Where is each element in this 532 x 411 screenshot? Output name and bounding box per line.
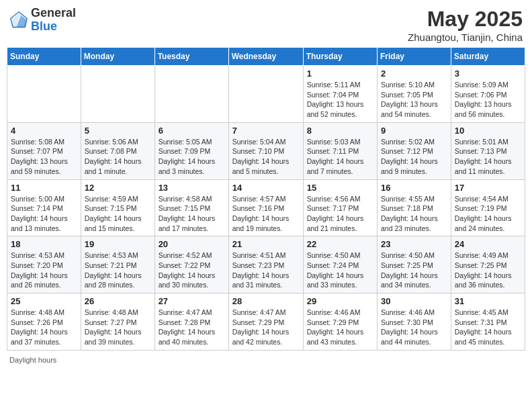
day-info: Sunrise: 5:00 AM Sunset: 7:14 PM Dayligh…	[11, 194, 77, 234]
weekday-header: Tuesday	[154, 48, 228, 66]
day-number: 14	[232, 183, 300, 193]
calendar-cell: 12Sunrise: 4:59 AM Sunset: 7:15 PM Dayli…	[81, 179, 154, 236]
calendar-cell: 23Sunrise: 4:50 AM Sunset: 7:25 PM Dayli…	[378, 236, 451, 293]
day-number: 24	[455, 239, 521, 249]
day-info: Sunrise: 4:48 AM Sunset: 7:26 PM Dayligh…	[11, 308, 77, 347]
day-info: Sunrise: 4:53 AM Sunset: 7:21 PM Dayligh…	[85, 250, 151, 290]
day-info: Sunrise: 5:01 AM Sunset: 7:13 PM Dayligh…	[455, 137, 521, 177]
day-number: 6	[159, 126, 225, 136]
calendar-cell: 3Sunrise: 5:09 AM Sunset: 7:06 PM Daylig…	[451, 66, 525, 123]
day-info: Sunrise: 4:53 AM Sunset: 7:20 PM Dayligh…	[11, 250, 77, 290]
calendar-cell	[81, 66, 154, 123]
weekday-header: Sunday	[7, 48, 81, 66]
day-number: 31	[455, 296, 521, 306]
calendar-table: SundayMondayTuesdayWednesdayThursdayFrid…	[7, 47, 525, 351]
day-number: 17	[455, 183, 521, 193]
day-info: Sunrise: 4:45 AM Sunset: 7:31 PM Dayligh…	[455, 308, 521, 347]
daylight-label: Daylight hours	[9, 356, 56, 364]
day-number: 26	[85, 296, 151, 306]
calendar-cell: 31Sunrise: 4:45 AM Sunset: 7:31 PM Dayli…	[451, 293, 525, 351]
day-info: Sunrise: 4:50 AM Sunset: 7:25 PM Dayligh…	[381, 250, 447, 290]
day-number: 21	[232, 239, 300, 249]
day-number: 4	[11, 126, 77, 136]
logo-icon	[9, 11, 28, 30]
day-number: 12	[85, 183, 151, 193]
title-location: Zhuangtou, Tianjin, China	[408, 32, 523, 43]
calendar-cell: 4Sunrise: 5:08 AM Sunset: 7:07 PM Daylig…	[7, 122, 81, 179]
day-number: 16	[381, 183, 447, 193]
day-number: 29	[307, 296, 373, 306]
logo: General Blue	[9, 7, 76, 34]
calendar-cell: 5Sunrise: 5:06 AM Sunset: 7:08 PM Daylig…	[81, 122, 154, 179]
day-number: 27	[159, 296, 225, 306]
calendar-cell: 13Sunrise: 4:58 AM Sunset: 7:15 PM Dayli…	[154, 179, 228, 236]
calendar-week-row: 4Sunrise: 5:08 AM Sunset: 7:07 PM Daylig…	[7, 122, 525, 179]
calendar-cell: 26Sunrise: 4:48 AM Sunset: 7:27 PM Dayli…	[81, 293, 154, 351]
day-number: 20	[159, 239, 225, 249]
calendar-cell: 6Sunrise: 5:05 AM Sunset: 7:09 PM Daylig…	[154, 122, 228, 179]
day-number: 18	[11, 239, 77, 249]
day-info: Sunrise: 4:46 AM Sunset: 7:30 PM Dayligh…	[381, 308, 447, 347]
day-info: Sunrise: 5:02 AM Sunset: 7:12 PM Dayligh…	[381, 137, 447, 177]
weekday-header: Wednesday	[228, 48, 303, 66]
weekday-header: Thursday	[303, 48, 377, 66]
day-info: Sunrise: 4:55 AM Sunset: 7:18 PM Dayligh…	[381, 194, 447, 234]
day-info: Sunrise: 4:52 AM Sunset: 7:22 PM Dayligh…	[159, 250, 225, 290]
calendar-cell: 29Sunrise: 4:46 AM Sunset: 7:29 PM Dayli…	[303, 293, 377, 351]
weekday-header-row: SundayMondayTuesdayWednesdayThursdayFrid…	[7, 48, 525, 66]
calendar-cell: 30Sunrise: 4:46 AM Sunset: 7:30 PM Dayli…	[378, 293, 451, 351]
day-info: Sunrise: 4:47 AM Sunset: 7:29 PM Dayligh…	[232, 308, 300, 347]
calendar-cell	[154, 66, 228, 123]
day-info: Sunrise: 5:04 AM Sunset: 7:10 PM Dayligh…	[232, 137, 300, 177]
day-info: Sunrise: 4:50 AM Sunset: 7:24 PM Dayligh…	[307, 250, 373, 290]
calendar-cell: 18Sunrise: 4:53 AM Sunset: 7:20 PM Dayli…	[7, 236, 81, 293]
day-number: 15	[307, 183, 373, 193]
weekday-header: Saturday	[451, 48, 525, 66]
calendar-cell: 28Sunrise: 4:47 AM Sunset: 7:29 PM Dayli…	[228, 293, 303, 351]
weekday-header: Monday	[81, 48, 154, 66]
day-info: Sunrise: 4:51 AM Sunset: 7:23 PM Dayligh…	[232, 250, 300, 290]
day-info: Sunrise: 5:10 AM Sunset: 7:05 PM Dayligh…	[381, 80, 447, 120]
footer: Daylight hours	[7, 356, 525, 364]
logo-blue: Blue	[31, 20, 76, 34]
calendar-cell: 17Sunrise: 4:54 AM Sunset: 7:19 PM Dayli…	[451, 179, 525, 236]
calendar-week-row: 11Sunrise: 5:00 AM Sunset: 7:14 PM Dayli…	[7, 179, 525, 236]
day-info: Sunrise: 4:54 AM Sunset: 7:19 PM Dayligh…	[455, 194, 521, 234]
title-block: May 2025 Zhuangtou, Tianjin, China	[408, 7, 523, 43]
day-number: 10	[455, 126, 521, 136]
day-info: Sunrise: 4:47 AM Sunset: 7:28 PM Dayligh…	[159, 308, 225, 347]
calendar-week-row: 18Sunrise: 4:53 AM Sunset: 7:20 PM Dayli…	[7, 236, 525, 293]
day-info: Sunrise: 4:46 AM Sunset: 7:29 PM Dayligh…	[307, 308, 373, 347]
calendar-cell: 24Sunrise: 4:49 AM Sunset: 7:25 PM Dayli…	[451, 236, 525, 293]
weekday-header: Friday	[378, 48, 451, 66]
logo-general: General	[31, 7, 76, 20]
day-number: 19	[85, 239, 151, 249]
day-info: Sunrise: 5:08 AM Sunset: 7:07 PM Dayligh…	[11, 137, 77, 177]
calendar-cell: 16Sunrise: 4:55 AM Sunset: 7:18 PM Dayli…	[378, 179, 451, 236]
calendar-cell: 9Sunrise: 5:02 AM Sunset: 7:12 PM Daylig…	[378, 122, 451, 179]
day-info: Sunrise: 5:05 AM Sunset: 7:09 PM Dayligh…	[159, 137, 225, 177]
day-info: Sunrise: 5:11 AM Sunset: 7:04 PM Dayligh…	[307, 80, 373, 120]
day-number: 2	[381, 68, 447, 79]
day-number: 1	[307, 68, 373, 79]
page-header: General Blue May 2025 Zhuangtou, Tianjin…	[7, 7, 525, 43]
calendar-week-row: 25Sunrise: 4:48 AM Sunset: 7:26 PM Dayli…	[7, 293, 525, 351]
calendar-cell: 7Sunrise: 5:04 AM Sunset: 7:10 PM Daylig…	[228, 122, 303, 179]
calendar-week-row: 1Sunrise: 5:11 AM Sunset: 7:04 PM Daylig…	[7, 66, 525, 123]
day-number: 5	[85, 126, 151, 136]
calendar-cell: 1Sunrise: 5:11 AM Sunset: 7:04 PM Daylig…	[303, 66, 377, 123]
calendar-cell: 25Sunrise: 4:48 AM Sunset: 7:26 PM Dayli…	[7, 293, 81, 351]
day-number: 30	[381, 296, 447, 306]
calendar-cell	[7, 66, 81, 123]
day-number: 9	[381, 126, 447, 136]
calendar-cell: 21Sunrise: 4:51 AM Sunset: 7:23 PM Dayli…	[228, 236, 303, 293]
day-info: Sunrise: 4:59 AM Sunset: 7:15 PM Dayligh…	[85, 194, 151, 234]
day-number: 13	[159, 183, 225, 193]
calendar-cell: 22Sunrise: 4:50 AM Sunset: 7:24 PM Dayli…	[303, 236, 377, 293]
day-info: Sunrise: 5:03 AM Sunset: 7:11 PM Dayligh…	[307, 137, 373, 177]
calendar-cell: 19Sunrise: 4:53 AM Sunset: 7:21 PM Dayli…	[81, 236, 154, 293]
day-number: 8	[307, 126, 373, 136]
calendar-cell	[228, 66, 303, 123]
calendar-cell: 20Sunrise: 4:52 AM Sunset: 7:22 PM Dayli…	[154, 236, 228, 293]
calendar-cell: 15Sunrise: 4:56 AM Sunset: 7:17 PM Dayli…	[303, 179, 377, 236]
